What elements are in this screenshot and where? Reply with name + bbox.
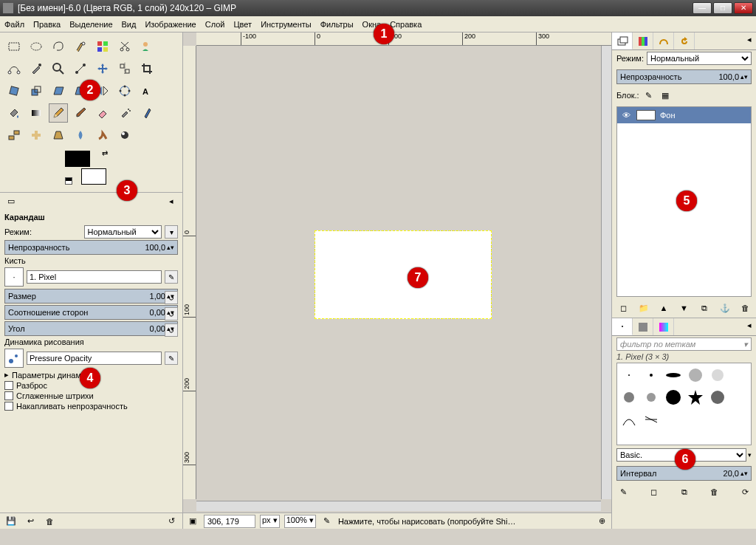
scrollbar-vertical[interactable]	[601, 46, 611, 499]
tool-options-tab-icon[interactable]: ▭	[4, 194, 18, 208]
crop-tool[interactable]	[137, 59, 157, 78]
delete-preset-icon[interactable]: 🗑	[43, 515, 56, 528]
edit-brush-icon[interactable]: ✎	[616, 485, 630, 498]
restore-preset-icon[interactable]: ↩	[24, 515, 37, 528]
ruler-horizontal[interactable]: -100 0 100 200 300	[196, 32, 611, 46]
new-layer-icon[interactable]: ◻	[616, 301, 630, 315]
raise-layer-icon[interactable]: ▲	[657, 301, 670, 315]
menu-colors[interactable]: Цвет	[233, 20, 252, 29]
zoom-select[interactable]: 100% ▾	[284, 515, 316, 528]
gradients-tab[interactable]	[653, 318, 674, 335]
measure-tool[interactable]	[71, 59, 90, 78]
fuzzy-select-tool[interactable]	[71, 37, 90, 56]
paths-tool[interactable]	[4, 59, 24, 78]
dynamics-preview[interactable]	[4, 349, 24, 368]
align-tool[interactable]	[115, 59, 134, 78]
eraser-tool[interactable]	[93, 103, 112, 123]
bucket-fill-tool[interactable]	[4, 103, 24, 123]
ink-tool[interactable]	[137, 103, 157, 123]
ellipse-select-tool[interactable]	[27, 37, 46, 56]
brush-item[interactable]	[641, 409, 662, 430]
clone-tool[interactable]	[4, 126, 24, 145]
dodge-burn-tool[interactable]	[115, 126, 134, 145]
brushes-dock-menu-icon[interactable]: ◂	[743, 318, 756, 332]
foreground-select-tool[interactable]	[137, 37, 157, 56]
unit-select[interactable]: px ▾	[260, 515, 280, 528]
duplicate-layer-icon[interactable]: ⧉	[698, 301, 711, 315]
menu-select[interactable]: Выделение	[69, 20, 112, 29]
brush-name[interactable]: 1. Pixel	[27, 270, 162, 284]
move-tool[interactable]	[93, 59, 112, 78]
scissors-tool[interactable]	[115, 37, 134, 56]
brush-item[interactable]	[619, 409, 639, 430]
mode-select[interactable]: Нормальный	[84, 225, 162, 239]
layers-dock-menu-icon[interactable]: ◂	[743, 32, 756, 46]
brush-preview[interactable]: ·	[4, 267, 24, 287]
heal-tool[interactable]	[27, 126, 46, 145]
visibility-icon[interactable]: 👁	[620, 111, 632, 120]
paintbrush-tool[interactable]	[71, 103, 90, 123]
menu-edit[interactable]: Правка	[33, 20, 61, 29]
delete-brush-icon[interactable]: 🗑	[708, 485, 721, 498]
menu-file[interactable]: Файл	[4, 20, 24, 29]
dynamics-edit-icon[interactable]: ✎	[165, 352, 178, 365]
rect-select-tool[interactable]	[4, 37, 24, 56]
fg-color[interactable]	[65, 151, 90, 167]
undo-tab[interactable]	[674, 32, 695, 49]
menu-view[interactable]: Вид	[122, 20, 137, 29]
brush-grid[interactable]	[616, 363, 752, 445]
brush-item[interactable]	[619, 365, 639, 385]
save-preset-icon[interactable]: 💾	[4, 515, 18, 528]
brush-item[interactable]	[663, 365, 684, 385]
smooth-checkbox[interactable]: Сглаженные штрихи	[4, 391, 178, 400]
color-picker-tool[interactable]	[27, 59, 46, 78]
lock-pixels-icon[interactable]: ✎	[642, 89, 656, 102]
quickmask-icon[interactable]: ▣	[186, 515, 199, 528]
brush-item[interactable]	[641, 387, 662, 408]
smudge-tool[interactable]	[93, 126, 112, 145]
angle-slider[interactable]: Угол 0,00 ▴▾	[4, 321, 178, 336]
brush-item[interactable]	[707, 387, 728, 408]
layers-tab[interactable]	[612, 32, 633, 49]
nav-icon[interactable]: ⊕	[595, 515, 608, 528]
brush-item[interactable]	[619, 387, 639, 408]
swap-colors-icon[interactable]: ⇄	[102, 149, 108, 157]
lock-alpha-icon[interactable]: ▦	[659, 89, 672, 102]
brush-item[interactable]	[685, 365, 706, 385]
refresh-brushes-icon[interactable]: ⟳	[738, 485, 752, 498]
reset-preset-icon[interactable]: ↺	[165, 515, 178, 528]
menu-help[interactable]: Справка	[390, 20, 422, 29]
perspective-clone-tool[interactable]	[49, 126, 68, 145]
menu-layer[interactable]: Слой	[205, 20, 225, 29]
paths-tab[interactable]	[653, 32, 674, 49]
airbrush-tool[interactable]	[115, 103, 134, 123]
blur-tool[interactable]	[71, 126, 90, 145]
layer-mode-select[interactable]: Нормальный	[647, 52, 752, 65]
brush-filter-input[interactable]: фильтр по меткам▾	[616, 337, 752, 351]
color-select-tool[interactable]	[93, 37, 112, 56]
default-colors-icon[interactable]	[65, 177, 72, 185]
mode-menu-icon[interactable]: ▾	[165, 225, 178, 239]
pencil-tool[interactable]	[49, 103, 68, 123]
shear-tool[interactable]	[49, 81, 68, 100]
brush-item[interactable]	[641, 365, 662, 385]
blend-tool[interactable]	[27, 103, 46, 123]
maximize-button[interactable]: □	[713, 2, 732, 14]
menu-tools[interactable]: Инструменты	[261, 20, 312, 29]
brush-item[interactable]	[663, 387, 684, 408]
layer-opacity-slider[interactable]: Непрозрачность 100,0 ▴▾	[616, 69, 752, 84]
accumulate-checkbox[interactable]: Накапливать непрозрачность	[4, 402, 178, 411]
duplicate-brush-icon[interactable]: ⧉	[678, 485, 691, 498]
text-tool[interactable]: A	[137, 81, 157, 100]
brush-item[interactable]	[685, 387, 706, 408]
ruler-vertical[interactable]: 0 100 200 300	[183, 46, 196, 499]
free-select-tool[interactable]	[49, 37, 68, 56]
zoom-tool[interactable]	[49, 59, 68, 78]
minimize-button[interactable]: —	[693, 2, 712, 14]
rotate-tool[interactable]	[4, 81, 24, 100]
brushes-tab[interactable]	[612, 318, 633, 335]
channels-tab[interactable]	[633, 32, 653, 49]
color-swatches[interactable]: ⇄	[63, 149, 108, 186]
new-group-icon[interactable]: 📁	[637, 301, 650, 315]
scrollbar-horizontal[interactable]	[196, 501, 601, 511]
